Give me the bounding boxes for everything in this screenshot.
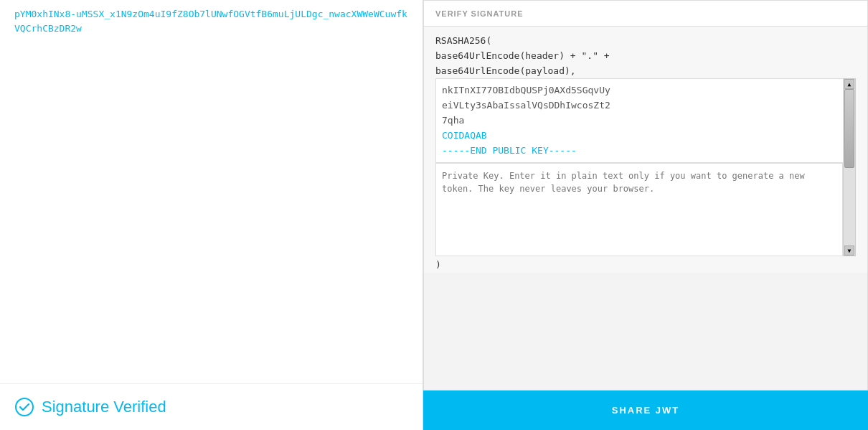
right-panel: VERIFY SIGNATURE RSASHA256( base64UrlEnc… — [423, 0, 868, 430]
key-area-wrapper: nkITnXI77OBIdbQUSPj0AXd5SGqvUy eiVLty3sA… — [435, 78, 856, 256]
left-code-text: pYM0xhINx8-uMSSX_x1N9zOm4uI9fZ8Ob7lUNwfO… — [14, 7, 408, 35]
left-content: pYM0xhINx8-uMSSX_x1N9zOm4uI9fZ8Ob7lUNwfO… — [0, 0, 423, 430]
code-line-2: base64UrlEncode(header) + "." + — [435, 49, 856, 64]
code-closing: ) — [435, 256, 856, 273]
scrollbar[interactable]: ▲ ▼ — [843, 78, 856, 256]
code-line-6: 7qha — [442, 113, 837, 128]
scrollbar-thumb[interactable] — [844, 89, 854, 168]
key-code-lines: nkITnXI77OBIdbQUSPj0AXd5SGqvUy eiVLty3sA… — [435, 78, 843, 163]
verified-label: Signature Verified — [42, 398, 166, 416]
verify-header: VERIFY SIGNATURE — [424, 1, 867, 27]
verify-section: VERIFY SIGNATURE RSASHA256( base64UrlEnc… — [423, 0, 868, 391]
code-line-1: RSASHA256( — [435, 34, 856, 49]
verified-check-icon — [14, 397, 34, 417]
code-section: RSASHA256( base64UrlEncode(header) + "."… — [424, 27, 867, 78]
scrollbar-arrow-down[interactable]: ▼ — [844, 246, 854, 256]
code-line-3: base64UrlEncode(payload), — [435, 64, 856, 79]
scrollbar-arrow-up[interactable]: ▲ — [844, 79, 854, 89]
code-line-8: -----END PUBLIC KEY----- — [442, 144, 837, 159]
verify-content-area: nkITnXI77OBIdbQUSPj0AXd5SGqvUy eiVLty3sA… — [424, 78, 867, 273]
share-jwt-button[interactable]: SHARE JWT — [423, 391, 868, 430]
key-inner: nkITnXI77OBIdbQUSPj0AXd5SGqvUy eiVLty3sA… — [435, 78, 843, 256]
code-line-7: COIDAQAB — [442, 128, 837, 144]
code-block: RSASHA256( base64UrlEncode(header) + "."… — [435, 34, 856, 78]
left-panel: pYM0xhINx8-uMSSX_x1N9zOm4uI9fZ8Ob7lUNwfO… — [0, 0, 423, 430]
code-line-5: eiVLty3sAbaIssalVQsDDhIwcosZt2 — [442, 98, 837, 113]
code-line-4: nkITnXI77OBIdbQUSPj0AXd5SGqvUy — [442, 83, 837, 98]
svg-point-0 — [16, 398, 33, 416]
signature-verified-bar: Signature Verified — [0, 383, 423, 430]
private-key-textarea[interactable] — [435, 163, 843, 256]
verify-title: VERIFY SIGNATURE — [435, 9, 524, 18]
